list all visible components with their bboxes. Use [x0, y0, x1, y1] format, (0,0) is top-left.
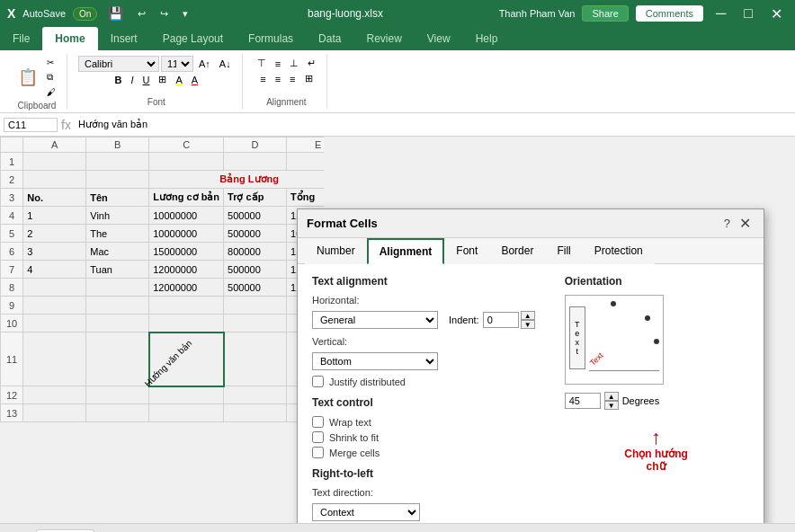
dialog-help-button[interactable]: ? [719, 217, 736, 230]
share-button[interactable]: Share [582, 5, 628, 22]
cell-reference[interactable] [4, 118, 58, 132]
tab-formulas[interactable]: Formulas [236, 27, 306, 50]
dtab-alignment[interactable]: Alignment [367, 238, 445, 264]
spreadsheet-table: A B C D E 1 2 Bảng Lương [0, 137, 324, 422]
merge-button[interactable]: ⊞ [301, 71, 317, 86]
shrink-to-fit-checkbox[interactable] [312, 431, 324, 443]
annotation-arrow: ↑ [565, 428, 748, 448]
dtab-number[interactable]: Number [305, 238, 367, 264]
col-header-b: B [86, 137, 149, 153]
border-button[interactable]: ⊞ [155, 72, 170, 87]
format-cells-dialog: Format Cells ? ✕ Number Alignment Font B… [297, 208, 764, 523]
indent-up-button[interactable]: ▲ [521, 311, 535, 320]
justify-checkbox[interactable] [312, 376, 324, 387]
tab-home[interactable]: Home [42, 27, 97, 50]
bold-button[interactable]: B [112, 73, 126, 87]
col-header-row [1, 137, 23, 153]
vertical-text-box[interactable]: T e x t [569, 306, 585, 369]
align-row1: ⊤ ≡ ⊥ ↵ [254, 56, 319, 71]
dtab-fill[interactable]: Fill [545, 238, 582, 264]
cut-button[interactable]: ✂ [43, 56, 59, 69]
align-middle-button[interactable]: ≡ [272, 57, 284, 71]
dtab-protection[interactable]: Protection [583, 238, 655, 264]
annotation-text: Chọn hướngchữ [565, 448, 748, 473]
underline-button[interactable]: U [139, 73, 154, 87]
save-button[interactable]: 💾 [104, 4, 127, 22]
autosave-toggle[interactable]: On [73, 7, 97, 21]
italic-button[interactable]: I [127, 73, 137, 87]
font-name-select[interactable]: Calibri [78, 56, 159, 72]
ribbon-content: 📋 ✂ ⧉ 🖌 Clipboard Calibri 11 A↑ A↓ B I U… [0, 50, 795, 113]
col-header-a: A [23, 137, 86, 153]
indent-input[interactable] [483, 312, 519, 328]
align-left-button[interactable]: ≡ [256, 72, 269, 86]
fill-color-button[interactable]: A [172, 73, 185, 87]
close-button[interactable]: ✕ [765, 4, 788, 24]
font-label: Font [147, 95, 165, 107]
sheet-tabs: ◀ ▶ Sheet1 + [0, 523, 795, 532]
redo-button[interactable]: ↪ [156, 6, 172, 22]
dialog-controls: ? ✕ [719, 215, 755, 232]
restore-button[interactable]: □ [738, 4, 758, 23]
tab-review[interactable]: Review [353, 27, 414, 50]
customize-button[interactable]: ▾ [179, 6, 192, 22]
wrap-text-label: Wrap text [329, 417, 371, 428]
align-center-button[interactable]: ≡ [272, 72, 284, 86]
dtab-font[interactable]: Font [444, 238, 489, 264]
horizontal-row: Horizontal: [312, 295, 552, 306]
add-sheet-button[interactable]: + [94, 527, 117, 532]
paste-button[interactable]: 📋 [14, 66, 41, 89]
formula-input[interactable] [75, 119, 791, 131]
title-bar-left: X AutoSave On 💾 ↩ ↪ ▾ [7, 4, 192, 22]
annotation-area: ↑ Chọn hướngchữ [565, 428, 748, 473]
title-bar-right: Thanh Pham Van Share Comments ─ □ ✕ [499, 4, 788, 24]
degrees-down-button[interactable]: ▼ [604, 401, 619, 410]
copy-button[interactable]: ⧉ [43, 70, 59, 84]
align-right-button[interactable]: ≡ [286, 72, 299, 86]
comments-button[interactable]: Comments [636, 5, 703, 22]
font-size-select[interactable]: 11 [161, 56, 193, 72]
wrap-text-button[interactable]: ↵ [304, 56, 319, 71]
minimize-button[interactable]: ─ [710, 4, 731, 23]
indent-down-button[interactable]: ▼ [521, 320, 535, 329]
table-row: 13 [1, 404, 325, 422]
undo-button[interactable]: ↩ [134, 6, 149, 22]
user-name: Thanh Pham Van [499, 8, 576, 19]
diag-text-cell[interactable]: Hướng văn bản [149, 332, 224, 386]
wrap-text-checkbox[interactable] [312, 416, 324, 428]
tab-insert[interactable]: Insert [98, 27, 150, 50]
decrease-font-button[interactable]: A↓ [216, 57, 235, 71]
align-bottom-button[interactable]: ⊥ [286, 56, 302, 71]
font-color-button[interactable]: A [188, 73, 201, 87]
diagonal-text-indicator[interactable]: Text [588, 350, 605, 368]
dtab-border[interactable]: Border [489, 238, 545, 264]
shrink-to-fit-row: Shrink to fit [312, 431, 552, 443]
degrees-up-button[interactable]: ▲ [604, 392, 619, 401]
direction-label-row: Text direction: [312, 487, 552, 498]
degrees-input[interactable] [565, 393, 601, 409]
autosave-label: AutoSave [22, 8, 66, 19]
dialog-body: Text alignment Horizontal: General Left … [298, 264, 764, 523]
font-row1: Calibri 11 A↑ A↓ [78, 56, 235, 72]
direction-select-row: Context Left-to-Right Right-to-Left [312, 503, 552, 521]
tab-data[interactable]: Data [306, 27, 353, 50]
tab-page-layout[interactable]: Page Layout [150, 27, 236, 50]
format-painter-button[interactable]: 🖌 [43, 85, 59, 99]
direction-select[interactable]: Context Left-to-Right Right-to-Left [312, 503, 420, 521]
indent-label: Indent: [449, 315, 479, 325]
dialog-close-button[interactable]: ✕ [736, 215, 755, 232]
title-cell[interactable]: Bảng Lương [149, 171, 324, 189]
tab-view[interactable]: View [415, 27, 463, 50]
horizontal-select[interactable]: General Left Center Right Fill Justify [312, 311, 438, 329]
tab-file[interactable]: File [0, 27, 42, 50]
vertical-select[interactable]: Top Center Bottom Justify [312, 352, 438, 370]
increase-font-button[interactable]: A↑ [195, 57, 214, 71]
table-row: 6 3Mac 1500000080000015800000 [1, 243, 325, 261]
align-top-button[interactable]: ⊤ [254, 56, 270, 71]
text-control-section: Text control Wrap text Shrink to fit Mer… [312, 396, 552, 458]
merge-cells-checkbox[interactable] [312, 447, 324, 458]
tab-help[interactable]: Help [463, 27, 511, 50]
excel-logo-icon: X [7, 6, 15, 21]
degrees-spinner: ▲ ▼ [604, 392, 619, 410]
col-header-c: C [149, 137, 224, 153]
